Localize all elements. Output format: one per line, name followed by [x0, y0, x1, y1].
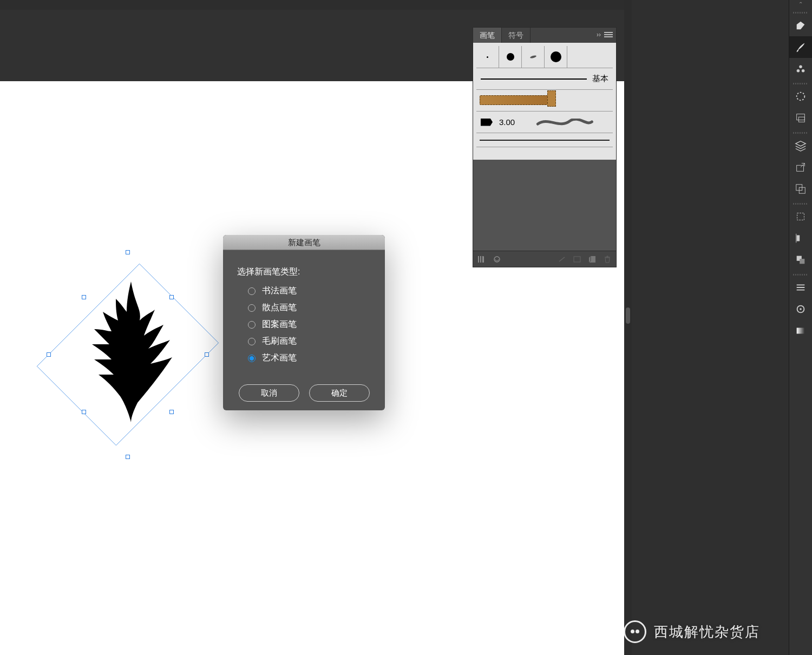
burger-icon[interactable]	[789, 277, 813, 298]
panel-footer	[473, 251, 616, 267]
radio-scatter[interactable]: 散点画笔	[248, 302, 371, 313]
svg-rect-14	[800, 259, 804, 264]
trash-icon[interactable]	[603, 256, 612, 263]
brush-thumb-row	[476, 46, 613, 68]
wechat-icon	[624, 620, 646, 643]
swatch-icon[interactable]	[789, 107, 813, 129]
svg-rect-1	[574, 257, 580, 262]
brush-list[interactable]: 基本 3.00	[473, 43, 616, 160]
size-tag-icon	[481, 119, 493, 126]
crop-icon[interactable]	[789, 206, 813, 227]
symbols-icon[interactable]	[789, 58, 813, 80]
scrollbar-thumb[interactable]	[626, 307, 630, 324]
radio-icon	[248, 355, 256, 362]
svg-rect-17	[797, 328, 805, 334]
brush-thumb[interactable]	[545, 46, 567, 68]
grip-icon[interactable]	[793, 274, 808, 276]
selection-handle[interactable]	[169, 410, 174, 414]
layers-icon[interactable]	[789, 135, 813, 156]
dock-sidebar: ⌃	[789, 0, 812, 655]
panel-collapse-icon[interactable]: ››	[597, 31, 601, 38]
scrollbar-track[interactable]	[624, 0, 632, 655]
options-icon[interactable]	[573, 256, 581, 263]
brush-thumb[interactable]	[522, 46, 545, 68]
selection-bounds[interactable]	[49, 252, 207, 457]
brushes-icon[interactable]	[789, 36, 813, 58]
brush-pattern[interactable]	[476, 90, 613, 112]
ok-button[interactable]: 确定	[309, 384, 370, 402]
align-icon[interactable]	[789, 227, 813, 249]
radio-art[interactable]: 艺术画笔	[248, 352, 371, 364]
stroke-preview	[481, 78, 587, 80]
new-brush-dialog: 新建画笔 选择新画笔类型: 书法画笔 散点画笔 图案画笔 毛刷画笔 艺术画笔 取…	[223, 235, 385, 410]
selection-handle[interactable]	[126, 455, 130, 459]
radio-pattern[interactable]: 图案画笔	[248, 319, 371, 330]
panel-menu-icon[interactable]	[604, 32, 613, 37]
panel-tabs: 画笔 符号 ››	[473, 28, 616, 43]
selection-handle[interactable]	[205, 352, 209, 357]
new-brush-icon[interactable]	[588, 256, 597, 263]
brush-thumb[interactable]	[499, 46, 522, 68]
radio-label: 图案画笔	[262, 319, 297, 330]
selection-handle[interactable]	[126, 250, 130, 254]
library-icon[interactable]	[477, 256, 486, 263]
brush-thumb[interactable]	[476, 46, 499, 68]
color-icon[interactable]	[789, 86, 813, 107]
brush-hairline[interactable]	[476, 133, 613, 147]
selection-handle[interactable]	[82, 295, 86, 299]
svg-rect-11	[797, 213, 804, 220]
grip-icon[interactable]	[793, 12, 808, 14]
pattern-preview	[480, 95, 550, 105]
remove-stroke-icon[interactable]	[558, 256, 566, 263]
chevron-up-icon[interactable]: ⌃	[789, 0, 812, 9]
svg-point-4	[802, 69, 805, 73]
selection-handle[interactable]	[169, 295, 174, 299]
radio-label: 散点画笔	[262, 302, 297, 313]
brushes-panel: 画笔 符号 ›› 基本 3.00	[473, 27, 617, 267]
cancel-button[interactable]: 取消	[239, 384, 299, 402]
gradient-icon[interactable]	[789, 320, 813, 342]
svg-point-2	[799, 66, 802, 69]
artboards-icon[interactable]	[789, 178, 813, 200]
brush-basic[interactable]: 基本	[476, 68, 613, 90]
hairline-preview	[480, 140, 610, 141]
tab-brushes[interactable]: 画笔	[473, 28, 502, 43]
svg-point-16	[800, 308, 802, 310]
leaf-shape[interactable]	[77, 254, 185, 449]
radio-icon	[248, 338, 256, 345]
calligraphic-size: 3.00	[499, 117, 515, 127]
radio-bristle[interactable]: 毛刷画笔	[248, 336, 371, 347]
brush-calligraphic[interactable]: 3.00	[476, 112, 613, 133]
radio-calligraphic[interactable]: 书法画笔	[248, 285, 371, 297]
watermark: 西城解忧杂货店	[624, 620, 760, 643]
dialog-title: 新建画笔	[223, 235, 385, 250]
fill-stroke-icon[interactable]	[789, 15, 813, 36]
svg-rect-7	[798, 117, 804, 122]
pathfinder-icon[interactable]	[789, 249, 813, 271]
selection-handle[interactable]	[82, 410, 86, 414]
radio-icon	[248, 287, 256, 295]
radio-label: 艺术画笔	[262, 352, 297, 364]
wave-preview	[521, 119, 608, 126]
svg-rect-8	[797, 165, 804, 171]
radio-label: 书法画笔	[262, 285, 297, 297]
tab-symbols[interactable]: 符号	[502, 28, 531, 43]
cc-libraries-icon[interactable]	[493, 256, 501, 263]
appearance-icon[interactable]	[789, 298, 813, 320]
watermark-text: 西城解忧杂货店	[654, 623, 760, 641]
radio-label: 毛刷画笔	[262, 336, 297, 347]
share-icon[interactable]	[789, 156, 813, 178]
stroke-label: 基本	[592, 74, 608, 84]
svg-point-5	[797, 93, 805, 101]
grip-icon[interactable]	[793, 83, 808, 84]
radio-icon	[248, 321, 256, 329]
grip-icon[interactable]	[793, 203, 808, 205]
selection-handle[interactable]	[47, 352, 51, 357]
dialog-prompt: 选择新画笔类型:	[237, 266, 371, 278]
radio-icon	[248, 304, 256, 312]
grip-icon[interactable]	[793, 132, 808, 134]
svg-point-3	[797, 69, 800, 73]
svg-rect-12	[797, 235, 800, 241]
